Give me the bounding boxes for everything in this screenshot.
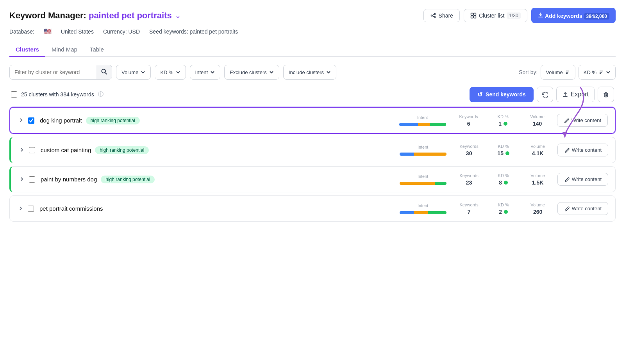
- keywords-label: Keywords: [459, 144, 478, 149]
- chevron-down-icon: [210, 70, 215, 75]
- intent-filter-label: Intent: [195, 69, 208, 75]
- sort-volume-button[interactable]: Volume: [541, 65, 575, 80]
- svg-rect-19: [604, 93, 607, 97]
- sort-icon: [565, 69, 570, 75]
- write-content-button[interactable]: Write content: [557, 173, 608, 186]
- kd-value: 2: [499, 209, 508, 215]
- svg-line-11: [105, 73, 107, 74]
- search-button[interactable]: [96, 65, 112, 79]
- kd-dot: [505, 151, 509, 155]
- export-button[interactable]: Export: [556, 87, 595, 102]
- volume-label: Volume: [530, 114, 545, 119]
- cluster-icon: [470, 12, 477, 19]
- row-checkbox[interactable]: [28, 117, 34, 124]
- send-icon: ↺: [477, 91, 482, 98]
- keywords-value: 6: [467, 121, 470, 127]
- share-icon: [430, 12, 436, 19]
- cluster-name: paint by numbers dog: [41, 176, 97, 183]
- intent-filter-button[interactable]: Intent: [190, 65, 221, 80]
- kd-value: 1: [498, 121, 507, 127]
- cluster-name: dog king portrait: [40, 117, 82, 124]
- volume-stat: Volume 140: [526, 114, 549, 127]
- sort-icon: [598, 69, 604, 75]
- title-prefix: Keyword Manager:: [9, 11, 89, 20]
- kd-value: 8: [499, 179, 508, 186]
- keywords-value: 30: [466, 150, 472, 156]
- keywords-label: Keywords: [459, 114, 478, 119]
- cluster-count: 25 clusters with 384 keywords: [21, 91, 94, 98]
- kd-filter-button[interactable]: KD %: [155, 65, 186, 80]
- intent-stat: Intent: [400, 174, 446, 185]
- intent-label: Intent: [418, 145, 429, 149]
- include-clusters-button[interactable]: Include clusters: [283, 65, 336, 80]
- cluster-row: pet portrait commissions Intent Keywords…: [9, 195, 616, 222]
- expand-button[interactable]: [17, 204, 25, 213]
- write-content-button[interactable]: Write content: [557, 202, 608, 215]
- row-checkbox[interactable]: [29, 147, 35, 153]
- volume-value: 260: [533, 209, 542, 215]
- intent-label: Intent: [418, 174, 429, 179]
- ranking-badge: high ranking potential: [101, 176, 155, 183]
- search-input[interactable]: [10, 69, 96, 75]
- keywords-stat: Keywords 30: [457, 144, 481, 156]
- chevron-down-icon: [176, 70, 180, 75]
- expand-button[interactable]: [18, 175, 26, 184]
- kd-dot: [504, 122, 507, 126]
- tab-table[interactable]: Table: [84, 43, 110, 57]
- intent-bar: [400, 182, 446, 185]
- keywords-value: 7: [468, 209, 471, 215]
- add-keywords-badge: 384/2,000: [584, 13, 609, 20]
- cluster-list-label: Cluster list: [479, 12, 504, 19]
- add-keywords-button[interactable]: Add keywords 384/2,000: [531, 8, 616, 23]
- exclude-clusters-button[interactable]: Exclude clusters: [224, 65, 279, 80]
- chevron-down-icon: [326, 70, 331, 75]
- svg-point-1: [431, 15, 432, 16]
- select-all-checkbox[interactable]: [11, 91, 17, 98]
- row-checkbox[interactable]: [28, 206, 34, 212]
- kd-label: KD %: [498, 144, 509, 149]
- cluster-name: pet portrait commissions: [39, 205, 103, 212]
- row-checkbox[interactable]: [29, 176, 35, 183]
- write-content-button[interactable]: Write content: [557, 144, 608, 156]
- sort-kd-button[interactable]: KD %: [579, 65, 616, 80]
- add-keywords-label: Add keywords: [545, 13, 582, 19]
- table-header-right: ↺ Send keywords Export: [470, 87, 614, 102]
- share-label: Share: [439, 12, 453, 19]
- expand-button[interactable]: [18, 146, 26, 155]
- header-right: Share Cluster list 1/30 Add keywords 384…: [423, 8, 616, 23]
- chevron-down-icon: [269, 70, 274, 75]
- kd-dot: [504, 210, 508, 214]
- intent-bar: [399, 123, 446, 126]
- trash-icon: [603, 91, 609, 98]
- sort-kd-label: KD %: [584, 69, 596, 75]
- volume-label: Volume: [530, 202, 545, 207]
- cluster-stats: Intent Keywords 7 KD % 2 Volume 260: [400, 202, 550, 215]
- title-dropdown-icon[interactable]: ⌄: [175, 11, 181, 20]
- keywords-label: Keywords: [459, 202, 478, 207]
- volume-filter-button[interactable]: Volume: [116, 65, 151, 80]
- kd-label: KD %: [498, 173, 509, 178]
- download-icon: [538, 12, 544, 18]
- delete-button[interactable]: [598, 87, 614, 102]
- svg-rect-5: [471, 13, 473, 15]
- tab-clusters[interactable]: Clusters: [9, 43, 45, 57]
- cluster-list-button[interactable]: Cluster list 1/30: [464, 9, 527, 22]
- volume-stat: Volume 260: [526, 202, 550, 215]
- intent-bar: [400, 211, 446, 214]
- send-keywords-button[interactable]: ↺ Send keywords: [470, 87, 534, 102]
- header-left: Keyword Manager: painted pet portraits ⌄: [9, 11, 181, 21]
- write-content-button[interactable]: Write content: [557, 114, 608, 127]
- tabs: Clusters Mind Map Table: [9, 43, 616, 57]
- tab-mindmap[interactable]: Mind Map: [45, 43, 84, 57]
- refresh-button[interactable]: [537, 87, 553, 102]
- meta-row: Database: 🇺🇸 United States Currency: USD…: [9, 28, 616, 35]
- share-button[interactable]: Share: [423, 9, 460, 22]
- page-header: Keyword Manager: painted pet portraits ⌄…: [9, 8, 616, 23]
- volume-stat: Volume 1.5K: [526, 173, 550, 186]
- write-icon: [564, 177, 570, 182]
- seed-keywords-label: Seed keywords: painted pet portraits: [149, 28, 238, 35]
- expand-button[interactable]: [17, 116, 25, 125]
- intent-bar: [400, 153, 446, 156]
- intent-stat: Intent: [400, 145, 446, 156]
- svg-line-3: [432, 16, 434, 16]
